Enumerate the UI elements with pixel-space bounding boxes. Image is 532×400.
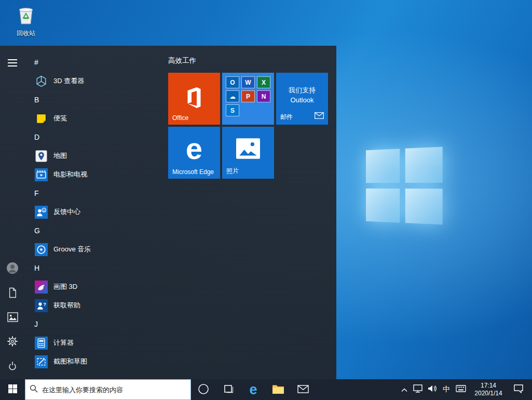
app-list-item-viewer3d[interactable]: 3D 查看器	[25, 72, 162, 90]
task-view-icon	[223, 384, 234, 396]
snip-sketch-icon	[34, 355, 48, 368]
tile-office[interactable]: Office	[168, 73, 220, 125]
app-label: 3D 查看器	[53, 76, 84, 86]
excel-mini-icon: X	[257, 76, 270, 88]
windows-logo-pane	[366, 189, 400, 223]
recycle-bin[interactable]: 回收站	[7, 4, 45, 38]
app-list-item-sticky-notes[interactable]: 便笺	[25, 109, 162, 128]
windows-start-icon	[8, 384, 17, 395]
onenote-mini-icon: N	[257, 90, 270, 102]
calculator-icon	[34, 336, 48, 350]
hamburger-icon	[7, 59, 18, 69]
file-explorer-button[interactable]	[266, 379, 291, 400]
groove-music-icon	[34, 243, 48, 256]
app-label: 便笺	[53, 114, 67, 123]
group-letter-label: F	[34, 189, 39, 197]
tray-expand-button[interactable]	[398, 379, 411, 400]
tile-photos-label: 照片	[226, 167, 239, 176]
search-input[interactable]	[42, 386, 186, 394]
photos-icon	[236, 138, 260, 161]
start-menu: #3D 查看器B便笺D地图电影和电视F反馈中心GGroove 音乐H画图 3D?…	[0, 46, 336, 379]
windows-logo-pane	[405, 189, 443, 224]
settings-button[interactable]	[0, 330, 25, 354]
group-letter-label: J	[34, 320, 38, 328]
app-list-item-snip-sketch[interactable]: 截图和草图	[25, 352, 162, 371]
folder-icon	[272, 384, 284, 396]
app-list-item-paint-3d[interactable]: 画图 3D	[25, 277, 162, 296]
menu-expand-button[interactable]	[0, 53, 25, 74]
cortana-button[interactable]	[191, 379, 216, 400]
user-account-button[interactable]	[0, 257, 25, 281]
app-list-item-maps[interactable]: 地图	[25, 146, 162, 165]
outlook-mini-icon: O	[226, 76, 239, 88]
tray-date: 2020/1/14	[474, 390, 502, 397]
tile-edge[interactable]: e Microsoft Edge	[168, 127, 220, 179]
app-group-letter[interactable]: G	[25, 221, 162, 240]
tile-area: 高效工作 Office OWX☁PNS 我们支持 Outlook 邮件	[168, 56, 332, 179]
onedrive-mini-icon: ☁	[226, 90, 239, 102]
group-letter-label: G	[34, 226, 40, 235]
skype-mini-icon: S	[226, 104, 239, 116]
start-menu-rail	[0, 46, 25, 379]
tile-mail[interactable]: 我们支持 Outlook 邮件	[276, 73, 328, 125]
edge-logo-icon: e	[186, 134, 202, 164]
feedback-hub-icon	[34, 205, 48, 219]
recycle-bin-icon	[16, 19, 36, 28]
start-app-list: #3D 查看器B便笺D地图电影和电视F反馈中心GGroove 音乐H画图 3D?…	[25, 53, 162, 371]
ime-mode-indicator[interactable]: 中	[440, 379, 453, 400]
taskbar-edge-button[interactable]: e	[241, 379, 266, 400]
app-list-item-calculator[interactable]: 计算器	[25, 334, 162, 352]
group-letter-label: #	[34, 58, 38, 66]
start-button[interactable]	[0, 379, 25, 400]
viewer3d-icon	[34, 74, 48, 88]
mail-envelope-icon	[315, 112, 324, 121]
app-list-item-get-help[interactable]: ?获取帮助	[25, 296, 162, 315]
pictures-button[interactable]	[0, 305, 25, 330]
mail-app-button[interactable]	[291, 379, 316, 400]
documents-button[interactable]	[0, 281, 25, 305]
app-label: 地图	[53, 151, 67, 161]
paint-3d-icon	[34, 280, 48, 294]
app-group-letter[interactable]: #	[25, 53, 162, 72]
app-label: 截图和草图	[53, 357, 87, 366]
app-group-letter[interactable]: J	[25, 315, 162, 334]
volume-button[interactable]	[425, 379, 440, 400]
tile-photos[interactable]: 照片	[222, 127, 274, 179]
power-button[interactable]	[0, 354, 25, 379]
tray-clock[interactable]: 17:14 2020/1/14	[469, 379, 508, 400]
windows-logo-pane	[366, 149, 400, 183]
desktop: 回收站	[0, 0, 532, 400]
taskbar: e	[0, 379, 532, 400]
action-center-icon	[513, 384, 524, 395]
app-label: 计算器	[53, 338, 74, 348]
office-logo-icon	[184, 86, 204, 112]
app-group-letter[interactable]: F	[25, 184, 162, 203]
app-label: Groove 音乐	[53, 245, 91, 254]
cortana-circle-icon	[198, 383, 209, 396]
tile-grid: Office OWX☁PNS 我们支持 Outlook 邮件 e Microso…	[168, 73, 332, 179]
speaker-icon	[428, 384, 437, 395]
touch-keyboard-button[interactable]	[453, 379, 469, 400]
task-view-button[interactable]	[216, 379, 241, 400]
app-list-item-groove-music[interactable]: Groove 音乐	[25, 240, 162, 259]
app-group-letter[interactable]: H	[25, 259, 162, 277]
windows-logo-wallpaper	[366, 146, 443, 226]
app-list-item-movies-tv[interactable]: 电影和电视	[25, 165, 162, 184]
action-center-button[interactable]	[508, 379, 529, 400]
app-label: 电影和电视	[53, 170, 87, 179]
recycle-bin-label: 回收站	[7, 29, 45, 38]
tile-office-group[interactable]: OWX☁PNS	[222, 73, 274, 125]
app-label: 反馈中心	[53, 207, 80, 217]
app-group-letter[interactable]: B	[25, 90, 162, 109]
keyboard-icon	[456, 385, 466, 394]
app-label: 画图 3D	[53, 282, 77, 291]
network-status-button[interactable]	[411, 379, 425, 400]
word-mini-icon: W	[241, 76, 255, 88]
tile-group-title: 高效工作	[168, 56, 332, 65]
app-group-letter[interactable]: D	[25, 128, 162, 146]
edge-icon: e	[249, 383, 257, 397]
group-letter-label: H	[34, 264, 39, 272]
app-list-item-feedback-hub[interactable]: 反馈中心	[25, 203, 162, 221]
taskbar-search[interactable]	[25, 379, 191, 400]
app-label: 获取帮助	[53, 301, 80, 310]
